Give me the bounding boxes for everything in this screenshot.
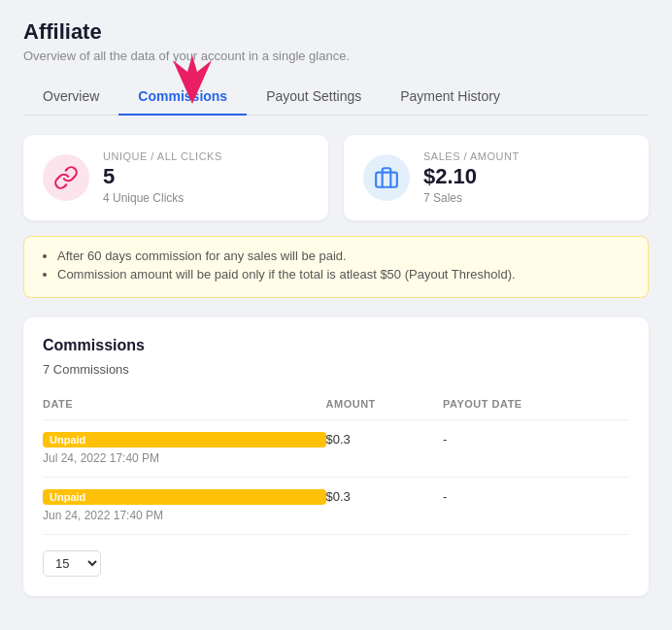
commissions-count: 7 Commissions bbox=[43, 362, 629, 377]
tab-commissions[interactable]: Commissions bbox=[118, 79, 247, 116]
clicks-value: 5 bbox=[103, 164, 222, 189]
page-size-select[interactable]: 15 25 50 100 bbox=[43, 550, 101, 577]
clicks-card: UNIQUE / ALL CLICKS 5 4 Unique Clicks bbox=[23, 135, 328, 220]
clicks-info: UNIQUE / ALL CLICKS 5 4 Unique Clicks bbox=[103, 150, 222, 205]
svg-rect-1 bbox=[376, 173, 397, 187]
stats-row: UNIQUE / ALL CLICKS 5 4 Unique Clicks SA… bbox=[23, 135, 649, 220]
payout-date-2: - bbox=[443, 478, 629, 535]
date-cell-2: Unpaid Jun 24, 2022 17:40 PM bbox=[43, 489, 326, 522]
tab-overview[interactable]: Overview bbox=[23, 79, 118, 116]
clicks-icon-wrapper bbox=[43, 154, 89, 201]
sales-info: SALES / AMOUNT $2.10 7 Sales bbox=[423, 150, 520, 205]
info-box: After 60 days commission for any sales w… bbox=[23, 236, 649, 298]
clicks-sub: 4 Unique Clicks bbox=[103, 191, 222, 205]
amount-1: $0.3 bbox=[326, 420, 443, 478]
status-badge-1: Unpaid bbox=[43, 432, 326, 448]
status-badge-2: Unpaid bbox=[43, 489, 326, 505]
commissions-title: Commissions bbox=[43, 337, 629, 354]
payout-date-1: - bbox=[443, 420, 629, 478]
col-amount: AMOUNT bbox=[326, 392, 443, 420]
info-item-2: Commission amount will be paid only if t… bbox=[57, 267, 632, 282]
money-icon bbox=[374, 165, 399, 190]
sales-value: $2.10 bbox=[423, 164, 520, 189]
date-text-1: Jul 24, 2022 17:40 PM bbox=[43, 451, 326, 465]
date-text-2: Jun 24, 2022 17:40 PM bbox=[43, 509, 326, 522]
link-icon bbox=[53, 165, 79, 190]
date-cell-1: Unpaid Jul 24, 2022 17:40 PM bbox=[43, 432, 326, 465]
table-row: Unpaid Jun 24, 2022 17:40 PM $0.3 - bbox=[43, 478, 629, 535]
tab-payment-history[interactable]: Payment History bbox=[381, 79, 520, 116]
table-row: Unpaid Jul 24, 2022 17:40 PM $0.3 - bbox=[43, 420, 629, 478]
sales-card: SALES / AMOUNT $2.10 7 Sales bbox=[344, 135, 649, 220]
sales-label: SALES / AMOUNT bbox=[423, 150, 520, 162]
sales-icon-wrapper bbox=[363, 154, 410, 201]
pagination-row: 15 25 50 100 bbox=[43, 550, 629, 577]
page-title: Affiliate bbox=[23, 19, 649, 45]
commissions-table: DATE AMOUNT PAYOUT DATE Unpaid Jul 24, 2… bbox=[43, 392, 629, 535]
sales-sub: 7 Sales bbox=[423, 191, 520, 205]
tab-payout-settings[interactable]: Payout Settings bbox=[247, 79, 381, 116]
amount-2: $0.3 bbox=[326, 478, 443, 535]
tabs-nav: Overview Commissions Payout Settings Pay… bbox=[23, 79, 649, 116]
clicks-label: UNIQUE / ALL CLICKS bbox=[103, 150, 222, 162]
col-date: DATE bbox=[43, 392, 326, 420]
commissions-card: Commissions 7 Commissions DATE AMOUNT PA… bbox=[23, 317, 649, 596]
col-payout-date: PAYOUT DATE bbox=[443, 392, 629, 420]
info-item-1: After 60 days commission for any sales w… bbox=[57, 249, 632, 263]
page-subtitle: Overview of all the data of your account… bbox=[23, 49, 649, 63]
